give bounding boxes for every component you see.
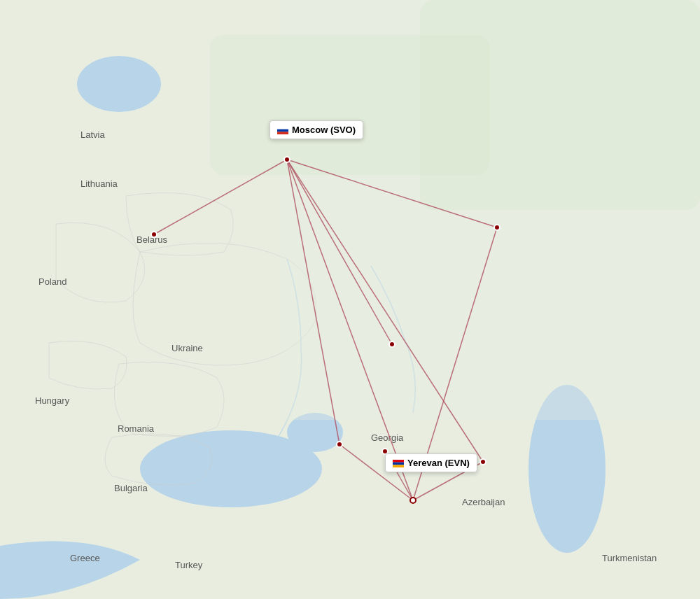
crimea-dot xyxy=(336,441,343,448)
yerevan-dot[interactable] xyxy=(410,497,416,504)
svg-rect-23 xyxy=(393,465,404,467)
svg-rect-22 xyxy=(393,463,404,465)
yerevan-tooltip[interactable]: Yerevan (EVN) xyxy=(385,453,477,472)
moscow-label: Moscow (SVO) xyxy=(292,125,356,135)
svg-rect-7 xyxy=(420,0,700,210)
russia-flag xyxy=(277,126,288,134)
east-russia-dot xyxy=(493,224,500,231)
svg-rect-21 xyxy=(393,460,404,463)
moscow-dot[interactable] xyxy=(284,156,290,163)
baku-dot xyxy=(479,458,486,465)
belarus-dot xyxy=(150,231,158,238)
svg-rect-20 xyxy=(277,132,288,134)
svg-rect-19 xyxy=(277,129,288,132)
moscow-tooltip[interactable]: Moscow (SVO) xyxy=(270,120,363,139)
svg-rect-18 xyxy=(277,127,288,129)
ukraine-dot xyxy=(388,341,396,348)
map-container: Moscow (SVO) Yerevan (EVN) Latvia Lithua… xyxy=(0,0,700,599)
svg-point-3 xyxy=(77,56,161,112)
armenia-flag xyxy=(393,459,404,467)
map-background xyxy=(0,0,700,599)
yerevan-label: Yerevan (EVN) xyxy=(407,458,470,468)
